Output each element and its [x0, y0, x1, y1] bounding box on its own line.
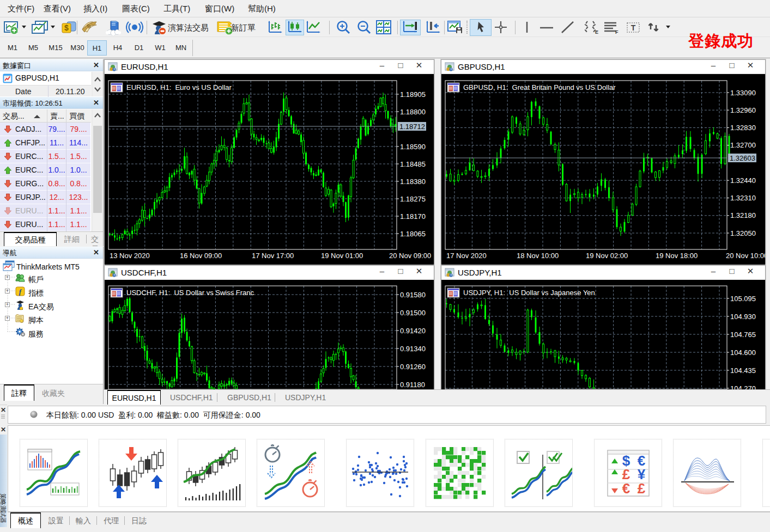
svg-text:1.32440: 1.32440: [730, 176, 756, 185]
svg-text:1.32180: 1.32180: [730, 211, 756, 219]
svg-text:0.91340: 0.91340: [400, 345, 426, 353]
svg-text:$: $: [64, 23, 69, 32]
svg-text:GBPUSD, H1: Great Britain Po: GBPUSD, H1: Great Britain Pound vs US Do…: [463, 83, 616, 91]
svg-text:€: €: [622, 480, 630, 497]
svg-text:104.765: 104.765: [730, 331, 756, 339]
svg-text:F: F: [615, 29, 619, 35]
svg-text:19 Nov 18:00: 19 Nov 18:00: [656, 252, 698, 260]
svg-text:1.33090: 1.33090: [730, 89, 756, 97]
svg-text:EURUSD, H1: Euro vs US Dolla: EURUSD, H1: Euro vs US Dollar: [126, 83, 232, 91]
svg-text:1.32960: 1.32960: [730, 106, 756, 114]
svg-text:105.095: 105.095: [730, 295, 756, 303]
svg-text:1.32050: 1.32050: [730, 229, 756, 237]
svg-text:1.18275: 1.18275: [400, 195, 426, 203]
svg-text:104.600: 104.600: [730, 348, 756, 357]
svg-text:19 Nov 01:00: 19 Nov 01:00: [321, 252, 363, 260]
svg-text:1.32700: 1.32700: [730, 141, 756, 149]
svg-text:USDJPY, H1: US Dollar vs Jap: USDJPY, H1: US Dollar vs Japanese Yen: [463, 289, 595, 297]
svg-text:20 Nov 10:00: 20 Nov 10:00: [726, 252, 765, 260]
svg-text:T: T: [631, 23, 636, 32]
svg-text:19 Nov 02:00: 19 Nov 02:00: [586, 252, 628, 260]
svg-text:E: E: [595, 29, 598, 35]
svg-text:104.270: 104.270: [730, 384, 756, 390]
svg-text:0.91420: 0.91420: [400, 327, 426, 335]
svg-text:18 Nov 10:00: 18 Nov 10:00: [517, 252, 559, 260]
svg-text:17 Nov 17:00: 17 Nov 17:00: [252, 252, 294, 260]
svg-text:USDCHF, H1: US Dollar vs Swi: USDCHF, H1: US Dollar vs Swiss Franc: [126, 289, 254, 297]
svg-text:1.32603: 1.32603: [730, 154, 755, 162]
svg-text:1.32310: 1.32310: [730, 194, 756, 202]
svg-text:1.18380: 1.18380: [400, 178, 426, 186]
svg-text:£: £: [638, 480, 646, 497]
svg-text:104.930: 104.930: [730, 313, 756, 321]
svg-text:1.18712: 1.18712: [399, 123, 425, 131]
svg-text:20 Nov 09:00: 20 Nov 09:00: [389, 252, 431, 260]
svg-text:1.18800: 1.18800: [400, 108, 426, 116]
svg-text:1.18170: 1.18170: [400, 212, 426, 221]
svg-text:13 Nov 2020: 13 Nov 2020: [110, 252, 150, 260]
svg-text:1.18485: 1.18485: [400, 160, 426, 168]
svg-text:0.91580: 0.91580: [400, 291, 426, 299]
svg-text:104.435: 104.435: [730, 366, 756, 375]
svg-text:0.91500: 0.91500: [400, 309, 426, 317]
svg-text:17 Nov 2020: 17 Nov 2020: [446, 252, 487, 260]
svg-text:1.18590: 1.18590: [400, 143, 426, 151]
svg-text:1.18905: 1.18905: [400, 90, 426, 99]
svg-text:0.91260: 0.91260: [400, 363, 426, 371]
svg-text:0.91180: 0.91180: [400, 381, 425, 389]
svg-text:1.32830: 1.32830: [730, 124, 756, 132]
svg-text:16 Nov 09:00: 16 Nov 09:00: [180, 252, 222, 260]
svg-text:1.18065: 1.18065: [400, 230, 426, 238]
